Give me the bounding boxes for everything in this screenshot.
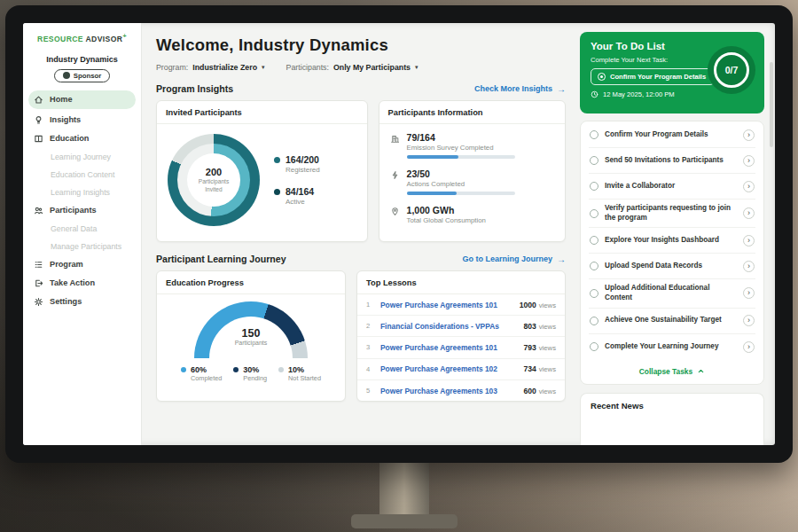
chevron-right-icon[interactable]: › bbox=[743, 341, 755, 353]
chevron-right-icon[interactable]: › bbox=[743, 181, 755, 192]
task-row[interactable]: Complete Your Learning Journey › bbox=[589, 334, 755, 360]
stat-value: 79/164 bbox=[407, 132, 515, 143]
chevron-right-icon[interactable]: › bbox=[743, 315, 755, 326]
org-name: Industry Dynamics bbox=[23, 55, 141, 64]
stat-label: Emission Survey Completed bbox=[407, 144, 515, 152]
sidebar-item-program[interactable]: Program bbox=[23, 255, 141, 274]
sidebar-item-label: Program bbox=[50, 260, 83, 269]
recent-news-title: Recent News bbox=[591, 401, 644, 411]
clock-icon bbox=[591, 90, 598, 98]
legend-label: Not Started bbox=[288, 374, 321, 382]
task-checkbox[interactable] bbox=[590, 236, 598, 245]
task-row[interactable]: Confirm Your Program Details › bbox=[589, 122, 755, 148]
page-title: Welcome, Industry Dynamics bbox=[156, 35, 566, 55]
lesson-row: 4 Power Purchase Agreements 102 734views bbox=[357, 359, 565, 380]
sidebar-item-participants[interactable]: Participants bbox=[23, 201, 141, 220]
card-title: Education Progress bbox=[157, 271, 345, 294]
task-checkbox[interactable] bbox=[590, 342, 598, 351]
sidebar-item-learning-journey[interactable]: Learning Journey bbox=[23, 148, 141, 166]
task-checkbox[interactable] bbox=[590, 156, 598, 165]
next-task-label: Confirm Your Program Details bbox=[610, 73, 706, 81]
gauge-center-value: 150 bbox=[194, 327, 308, 340]
card-title: Participants Information bbox=[379, 101, 565, 124]
chevron-right-icon[interactable]: › bbox=[743, 207, 755, 219]
legend-value: 60% bbox=[191, 365, 222, 374]
check-more-insights-link[interactable]: Check More Insights → bbox=[474, 84, 566, 94]
sidebar-item-home[interactable]: Home bbox=[28, 90, 136, 109]
program-dropdown[interactable]: Program: Industrialize Zero ▾ bbox=[156, 63, 265, 72]
task-row[interactable]: Upload Additional Educational Content › bbox=[589, 279, 755, 308]
sidebar-item-manage-participants[interactable]: Manage Participants bbox=[23, 238, 141, 255]
top-lessons-card: Top Lessons 1 Power Purchase Agreements … bbox=[356, 270, 566, 402]
sidebar-item-education[interactable]: Education bbox=[23, 129, 141, 148]
legend-value: 10% bbox=[288, 365, 321, 374]
next-task-pill[interactable]: Confirm Your Program Details bbox=[591, 68, 715, 85]
legend-dot bbox=[181, 367, 186, 372]
legend-label: Active bbox=[286, 198, 314, 206]
participants-filter-value: Only My Participants bbox=[333, 63, 411, 72]
task-checkbox[interactable] bbox=[590, 289, 598, 298]
sidebar-item-settings[interactable]: Settings bbox=[23, 293, 141, 311]
progress-bar bbox=[407, 155, 515, 159]
arrow-right-icon: → bbox=[557, 84, 566, 94]
lesson-link[interactable]: Power Purchase Agreements 102 bbox=[380, 364, 516, 373]
brand-primary: RESOURCE bbox=[37, 35, 83, 43]
task-checkbox[interactable] bbox=[590, 209, 598, 218]
gauge-center: 150 Participants bbox=[194, 327, 308, 346]
lesson-link[interactable]: Power Purchase Agreements 101 bbox=[380, 301, 512, 309]
task-row[interactable]: Verify participants requesting to join t… bbox=[589, 200, 755, 228]
task-checkbox[interactable] bbox=[590, 182, 598, 191]
education-gauge-chart: 150 Participants bbox=[194, 301, 308, 358]
scrollbar[interactable] bbox=[770, 62, 773, 147]
task-checkbox[interactable] bbox=[590, 317, 598, 325]
chevron-right-icon[interactable]: › bbox=[743, 129, 755, 141]
lesson-views: 1000views bbox=[520, 301, 556, 309]
task-label: Achieve One Sustainability Target bbox=[605, 316, 737, 325]
task-row[interactable]: Explore Your Insights Dashboard › bbox=[589, 228, 755, 254]
task-row[interactable]: Achieve One Sustainability Target › bbox=[589, 309, 755, 334]
task-row[interactable]: Send 50 Invitations to Participants › bbox=[589, 148, 755, 174]
card-title: Top Lessons bbox=[357, 271, 565, 294]
lesson-link[interactable]: Financial Considerations - VPPAs bbox=[380, 322, 516, 331]
sidebar-item-learning-insights[interactable]: Learning Insights bbox=[23, 184, 141, 201]
donut-legend: 164/200 Registered 84/164 Active bbox=[274, 154, 320, 206]
chevron-right-icon[interactable]: › bbox=[743, 155, 755, 167]
go-to-learning-journey-link[interactable]: Go to Learning Journey → bbox=[462, 254, 566, 264]
chevron-right-icon[interactable]: › bbox=[743, 287, 755, 299]
lesson-rank: 3 bbox=[366, 343, 373, 351]
chevron-right-icon[interactable]: › bbox=[743, 261, 755, 272]
lesson-views: 803views bbox=[523, 322, 556, 331]
sidebar-item-general-data[interactable]: General Data bbox=[23, 220, 141, 238]
chevron-down-icon: ▾ bbox=[262, 64, 265, 71]
lesson-link[interactable]: Power Purchase Agreements 103 bbox=[380, 387, 516, 395]
lesson-link[interactable]: Power Purchase Agreements 101 bbox=[380, 343, 516, 352]
section-title: Participant Learning Journey bbox=[156, 254, 286, 264]
sidebar-item-education-content[interactable]: Education Content bbox=[23, 166, 141, 184]
sidebar-item-take-action[interactable]: Take Action bbox=[23, 274, 141, 293]
chevron-right-icon[interactable]: › bbox=[743, 235, 755, 246]
gauge-legend: 60% Completed 30% Pending bbox=[181, 365, 321, 382]
legend-label: Pending bbox=[243, 374, 267, 382]
brand-logo: RESOURCE ADVISOR+ bbox=[23, 33, 141, 43]
list-icon bbox=[34, 260, 43, 270]
sidebar-nav: Home Insights Education Learning Journey bbox=[23, 90, 141, 311]
collapse-tasks-link[interactable]: Collapse Tasks bbox=[589, 360, 755, 384]
task-checkbox[interactable] bbox=[590, 262, 598, 270]
stat-value: 23/50 bbox=[407, 168, 515, 179]
monitor-stand bbox=[379, 461, 429, 518]
lesson-rank: 4 bbox=[366, 365, 373, 373]
sidebar-item-insights[interactable]: Insights bbox=[23, 111, 141, 129]
stat-label: Total Global Consumption bbox=[407, 216, 486, 224]
participants-dropdown[interactable]: Participants: Only My Participants ▾ bbox=[286, 63, 419, 72]
task-row[interactable]: Upload Spend Data Records › bbox=[589, 254, 755, 279]
task-label: Explore Your Insights Dashboard bbox=[605, 236, 737, 246]
task-label: Upload Spend Data Records bbox=[605, 262, 737, 271]
legend-dot bbox=[278, 367, 284, 372]
task-checkbox[interactable] bbox=[590, 130, 598, 139]
task-row[interactable]: Invite a Collaborator › bbox=[589, 174, 755, 200]
sponsor-badge[interactable]: Sponsor bbox=[54, 69, 111, 82]
brand-secondary: ADVISOR bbox=[85, 35, 122, 43]
legend-value: 30% bbox=[243, 365, 267, 374]
invited-participants-card: Invited Participants 200 Participants In… bbox=[156, 100, 368, 242]
sidebar-item-label: Learning Journey bbox=[51, 153, 111, 161]
